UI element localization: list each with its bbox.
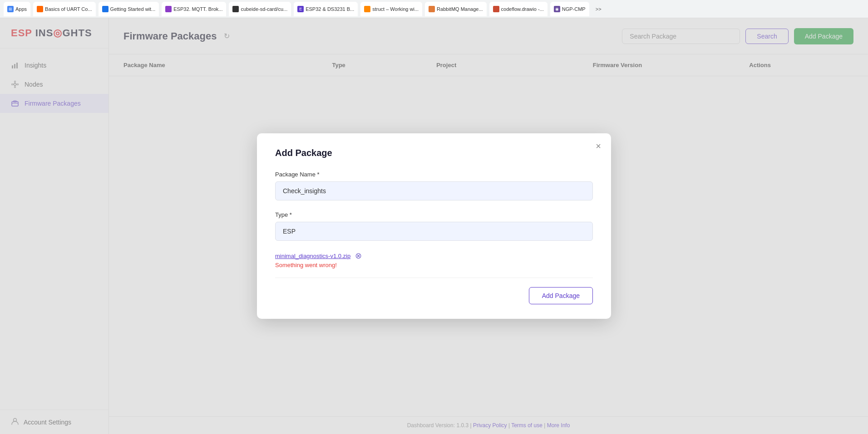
modal-overlay[interactable]: Add Package × Package Name * Type * mini…	[0, 18, 868, 434]
add-package-modal: Add Package × Package Name * Type * mini…	[257, 133, 611, 319]
rabbitmq-favicon	[429, 6, 435, 12]
package-name-input[interactable]	[275, 181, 593, 200]
type-group: Type *	[275, 211, 593, 250]
package-name-label: Package Name *	[275, 171, 593, 178]
tab-uart[interactable]: Basics of UART Co...	[33, 2, 96, 16]
browser-tab-bar: ⊞ Apps Basics of UART Co... Getting Star…	[0, 0, 868, 18]
tab-ngp-cmp[interactable]: ◉ NGP-CMP	[550, 2, 589, 16]
tabs-more-button[interactable]: >>	[592, 5, 605, 14]
type-label: Type *	[275, 211, 593, 218]
tab-cubeide-label: cubeide-sd-card/cu...	[241, 6, 287, 12]
getting-started-favicon	[102, 6, 108, 12]
tab-apps-label: Apps	[15, 6, 27, 12]
tab-uart-label: Basics of UART Co...	[45, 6, 92, 12]
cubeide-favicon	[232, 6, 239, 12]
apps-favicon: ⊞	[7, 6, 14, 12]
modal-title: Add Package	[275, 148, 593, 158]
tab-rabbitmq-label: RabbitMQ Manage...	[437, 6, 483, 12]
tab-getting-started-label: Getting Started wit...	[110, 6, 156, 12]
error-message: Something went wrong!	[275, 262, 593, 268]
tab-struct[interactable]: struct – Working wi...	[360, 2, 422, 16]
tab-codeflow[interactable]: codeflow.drawio -...	[489, 2, 547, 16]
modal-add-package-button[interactable]: Add Package	[529, 287, 593, 304]
app-container: ESP INS◎GHTS Insights	[0, 18, 868, 434]
tab-esp32-ds3231-label: ESP32 & DS3231 B...	[306, 6, 354, 12]
tab-codeflow-label: codeflow.drawio -...	[501, 6, 544, 12]
tab-esp32-mqtt[interactable]: ESP32. MQTT. Brok...	[162, 2, 226, 16]
esp32-mqtt-favicon	[165, 6, 172, 12]
file-name-label: minimal_diagnostics-v1.0.zip	[275, 253, 350, 259]
tab-rabbitmq[interactable]: RabbitMQ Manage...	[425, 2, 487, 16]
file-remove-button[interactable]: ⊗	[354, 252, 363, 260]
codeflow-favicon	[493, 6, 499, 12]
type-input[interactable]	[275, 222, 593, 241]
tab-cubeide[interactable]: cubeide-sd-card/cu...	[229, 2, 291, 16]
tab-struct-label: struct – Working wi...	[372, 6, 419, 12]
tab-ngp-cmp-label: NGP-CMP	[562, 6, 586, 12]
modal-footer: Add Package	[275, 278, 593, 304]
esp32-ds3231-favicon: E	[297, 6, 304, 12]
modal-close-button[interactable]: ×	[596, 141, 601, 151]
tab-esp32-mqtt-label: ESP32. MQTT. Brok...	[173, 6, 222, 12]
ngp-cmp-favicon: ◉	[554, 6, 560, 12]
tab-apps[interactable]: ⊞ Apps	[4, 2, 30, 16]
package-name-group: Package Name *	[275, 171, 593, 210]
file-row: minimal_diagnostics-v1.0.zip ⊗	[275, 252, 593, 260]
uart-favicon	[37, 6, 43, 12]
tab-esp32-ds3231[interactable]: E ESP32 & DS3231 B...	[294, 2, 358, 16]
struct-favicon	[364, 6, 370, 12]
tab-getting-started[interactable]: Getting Started wit...	[99, 2, 159, 16]
